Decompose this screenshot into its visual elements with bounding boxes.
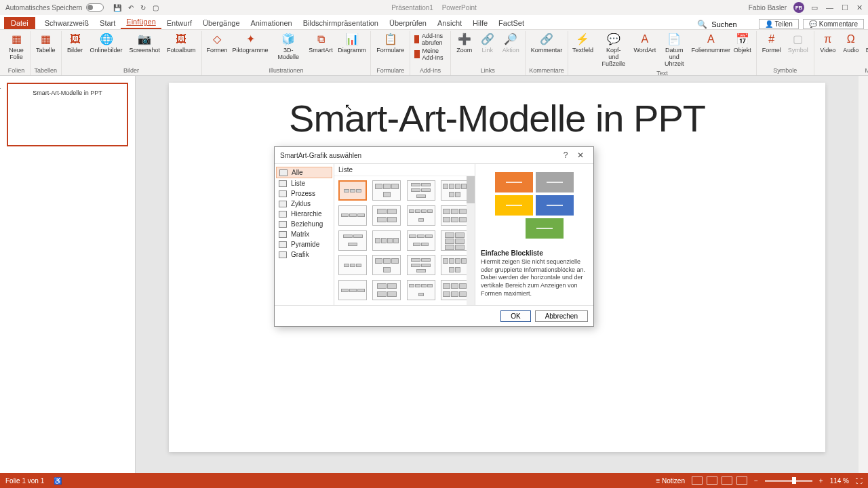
ribbon-formen[interactable]: ◇Formen <box>205 31 230 56</box>
share-button[interactable]: 👤Teilen <box>759 19 799 29</box>
layout-option[interactable] <box>372 280 401 300</box>
comments-button[interactable]: 💬Kommentare <box>803 19 864 29</box>
zoom-out-icon[interactable]: − <box>754 477 758 485</box>
ribbon-tabelle[interactable]: ▦Tabelle <box>33 31 58 56</box>
layout-option[interactable] <box>441 205 469 226</box>
minimize-icon[interactable]: — <box>826 3 833 12</box>
ribbon-zoom[interactable]: ➕Zoom <box>454 31 475 56</box>
undo-icon[interactable]: ↶ <box>128 4 134 12</box>
ribbon-meine-add-ins[interactable]: Meine Add-Ins <box>414 47 446 61</box>
grid-scrollbar[interactable] <box>467 176 475 305</box>
ribbon-video[interactable]: πVideo <box>817 31 839 56</box>
tab-file[interactable]: Datei <box>4 17 35 29</box>
vertical-scrollbar[interactable] <box>859 76 868 473</box>
tab-schwarzweiß[interactable]: Schwarzweiß <box>39 17 94 29</box>
layout-option[interactable] <box>441 180 469 201</box>
layout-option[interactable] <box>441 230 469 251</box>
tab-animationen[interactable]: Animationen <box>245 17 298 29</box>
maximize-icon[interactable]: ☐ <box>842 3 848 12</box>
slide-thumbnail[interactable]: Smart-Art-Modelle in PPT <box>7 83 128 146</box>
tab-factset[interactable]: FactSet <box>493 17 530 29</box>
layout-option[interactable] <box>441 255 469 275</box>
help-icon[interactable]: ? <box>558 150 573 160</box>
category-zyklus[interactable]: Zyklus <box>276 199 332 209</box>
close-icon[interactable]: ✕ <box>856 3 863 12</box>
ribbon-textfeld[interactable]: ⚡Textfeld <box>571 31 594 56</box>
category-hierarchie[interactable]: Hierarchie <box>276 209 332 219</box>
cancel-button[interactable]: Abbrechen <box>535 310 588 322</box>
layout-option[interactable] <box>407 180 435 201</box>
ribbon-wordart[interactable]: AWordArt <box>633 31 657 56</box>
category-beziehung[interactable]: Beziehung <box>276 219 332 229</box>
search-label[interactable]: Suchen <box>711 20 736 28</box>
layout-option[interactable] <box>338 180 367 201</box>
tab-übergänge[interactable]: Übergänge <box>197 17 245 29</box>
layout-option[interactable] <box>407 280 435 300</box>
layout-option[interactable] <box>372 255 401 275</box>
layout-option[interactable] <box>372 205 401 226</box>
category-pyramide[interactable]: Pyramide <box>276 239 332 249</box>
ribbon-3d-modelle[interactable]: 🧊3D-Modelle <box>271 31 306 62</box>
layout-option[interactable] <box>372 230 401 251</box>
autosave-toggle[interactable]: Automatisches Speichern <box>5 3 104 12</box>
ribbon-piktogramme[interactable]: ✦Piktogramme <box>231 31 269 56</box>
save-icon[interactable]: 💾 <box>113 4 121 12</box>
accessibility-icon[interactable]: ♿ <box>54 477 62 485</box>
tab-entwurf[interactable]: Entwurf <box>161 17 197 29</box>
category-liste[interactable]: Liste <box>276 178 332 188</box>
tab-bildschirmpräsentation[interactable]: Bildschirmpräsentation <box>298 17 384 29</box>
layout-option[interactable] <box>407 255 435 275</box>
ribbon-diagramm[interactable]: 📊Diagramm <box>336 31 368 56</box>
layout-option[interactable] <box>338 230 367 251</box>
user-avatar[interactable]: FB <box>793 2 804 13</box>
ribbon-screenshot[interactable]: 📷Screenshot <box>127 31 163 56</box>
ribbon-neue-folie[interactable]: ▦NeueFolie <box>5 31 27 62</box>
toggle-switch[interactable] <box>86 3 104 12</box>
tab-einfügen[interactable]: Einfügen <box>121 16 161 29</box>
layout-option[interactable] <box>407 205 435 226</box>
fit-window-icon[interactable]: ⛶ <box>856 477 863 485</box>
tab-hilfe[interactable]: Hilfe <box>467 17 493 29</box>
ribbon-bilder[interactable]: 🖼Bilder <box>64 31 86 56</box>
dialog-titlebar[interactable]: SmartArt-Grafik auswählen ? ✕ <box>275 147 593 163</box>
zoom-slider[interactable] <box>765 480 812 482</box>
reading-view-icon[interactable] <box>722 476 732 485</box>
layout-option[interactable] <box>338 280 367 300</box>
ribbon-smartart[interactable]: ⧉SmartArt <box>307 31 335 56</box>
notes-button[interactable]: ≡ Notizen <box>656 477 685 485</box>
sorter-view-icon[interactable] <box>707 476 717 485</box>
category-prozess[interactable]: Prozess <box>276 188 332 199</box>
tab-ansicht[interactable]: Ansicht <box>432 17 467 29</box>
search-icon[interactable]: 🔍 <box>697 20 707 29</box>
ribbon-mode-icon[interactable]: ▭ <box>811 3 818 12</box>
ribbon-objekt[interactable]: 📅Objekt <box>732 31 753 56</box>
ribbon-fotoalbum[interactable]: 🖼Fotoalbum <box>164 31 199 56</box>
ribbon-datum-und-uhrzeit[interactable]: 📄Datumund Uhrzeit <box>658 31 690 69</box>
ribbon-add-ins-abrufen[interactable]: Add-Ins abrufen <box>414 33 446 46</box>
ribbon-onlinebilder[interactable]: 🌐Onlinebilder <box>87 31 125 56</box>
ribbon-kopf--und-fußzeile[interactable]: 💬Kopf-und Fußzeile <box>596 31 631 69</box>
layout-option[interactable] <box>407 230 435 251</box>
zoom-in-icon[interactable]: + <box>819 477 823 485</box>
tab-überprüfen[interactable]: Überprüfen <box>384 17 432 29</box>
ribbon-foliennummer[interactable]: AFoliennummer <box>692 31 730 56</box>
ribbon-formulare[interactable]: 📋Formulare <box>374 31 407 56</box>
dialog-close-icon[interactable]: ✕ <box>573 150 588 160</box>
normal-view-icon[interactable] <box>692 476 703 485</box>
layout-option[interactable] <box>372 180 401 201</box>
layout-option[interactable] <box>338 255 367 275</box>
category-grafik[interactable]: Grafik <box>276 249 332 260</box>
category-alle[interactable]: Alle <box>276 167 332 178</box>
ribbon-bildschirmaufzeichnung[interactable]: ▶Bildschirmaufzeichnung <box>863 31 868 56</box>
redo-icon[interactable]: ↻ <box>140 4 146 12</box>
slideshow-icon[interactable]: ▢ <box>153 4 159 12</box>
tab-start[interactable]: Start <box>94 17 121 29</box>
category-matrix[interactable]: Matrix <box>276 229 332 239</box>
layout-option[interactable] <box>338 205 367 226</box>
ok-button[interactable]: OK <box>500 310 530 322</box>
ribbon-kommentar[interactable]: 🔗Kommentar <box>528 31 566 56</box>
ribbon-audio[interactable]: ΩAudio <box>840 31 862 56</box>
slideshow-view-icon[interactable] <box>736 476 747 485</box>
layout-option[interactable] <box>441 280 469 300</box>
ribbon-formel[interactable]: #Formel <box>760 31 784 56</box>
